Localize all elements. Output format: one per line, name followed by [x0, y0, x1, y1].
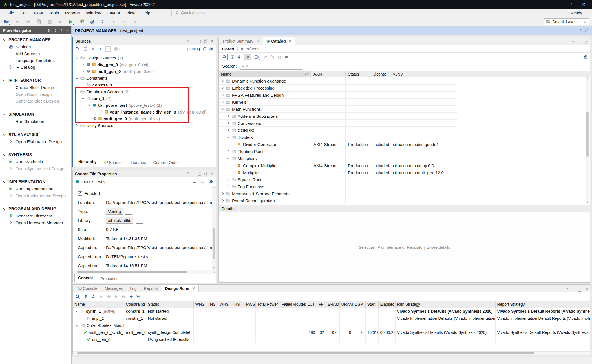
- ip-name-cell[interactable]: Dynamic Function eXchange: [219, 77, 311, 84]
- scroll-down-icon[interactable]: ˅: [212, 267, 216, 270]
- bottom-tab-tcl-console[interactable]: Tcl Console: [73, 285, 101, 292]
- ip-name-cell[interactable]: Embedded Processing: [219, 85, 311, 91]
- redo-button[interactable]: [25, 18, 31, 25]
- flow-nav-section-header[interactable]: RTL ANALYSIS: [0, 131, 71, 138]
- tree-item[interactable]: sim_1 (2): [73, 95, 216, 102]
- sources-tab-libraries[interactable]: Libraries: [127, 159, 149, 167]
- expander-open-icon[interactable]: [227, 136, 230, 139]
- help-icon[interactable]: ?: [187, 39, 189, 43]
- runs-column-run-strategy[interactable]: Run Strategy: [395, 301, 495, 308]
- design-runs-horizontal-scrollbar[interactable]: ‹: [73, 351, 590, 355]
- float-icon[interactable]: [585, 28, 588, 33]
- float-icon[interactable]: [204, 39, 207, 43]
- ip-name-cell[interactable]: Partial Reconfiguration: [219, 197, 311, 204]
- collapse-all-icon[interactable]: [47, 28, 50, 33]
- browse-button[interactable]: …: [136, 217, 143, 224]
- bottom-tab-log[interactable]: Log: [126, 285, 140, 292]
- expand-all-icon[interactable]: [54, 28, 57, 33]
- expander-open-icon[interactable]: [75, 90, 79, 93]
- ip-name-cell[interactable]: Kernels: [219, 99, 311, 105]
- scroll-down-icon[interactable]: ˅: [586, 201, 589, 204]
- gear-icon[interactable]: [209, 179, 213, 184]
- bottom-tab-design-runs[interactable]: Design Runs✕: [162, 285, 199, 292]
- expander-closed-icon[interactable]: [81, 63, 85, 66]
- group-by-icon[interactable]: [254, 54, 260, 60]
- menu-file[interactable]: File: [4, 10, 17, 15]
- collapse-all-icon[interactable]: [83, 47, 87, 51]
- design-run-row[interactable]: div_gen_0 Using cached IP results: [73, 336, 590, 343]
- expander-closed-icon[interactable]: [227, 128, 230, 132]
- doc-tab-project-summary[interactable]: Project Summary✕: [219, 37, 263, 45]
- flow-nav-item[interactable]: Add Sources: [0, 50, 71, 57]
- run-name-cell[interactable]: div_gen_0: [73, 336, 124, 343]
- ip-name-cell[interactable]: Conversions: [219, 120, 311, 126]
- help-icon[interactable]: ?: [579, 28, 582, 33]
- runs-column-tns[interactable]: TNS: [206, 301, 218, 308]
- search-icon[interactable]: [221, 54, 228, 60]
- expander-closed-icon[interactable]: [227, 178, 230, 181]
- runs-column-ths[interactable]: THS: [230, 301, 242, 308]
- ip-name-cell[interactable]: Dividers: [219, 134, 311, 141]
- scroll-right-icon[interactable]: ›: [214, 270, 215, 274]
- copy-button[interactable]: [35, 18, 42, 25]
- ip-name-cell[interactable]: Adders & Subtracters: [219, 113, 311, 119]
- expander-open-icon[interactable]: [227, 157, 230, 160]
- settings-gear-button[interactable]: [89, 18, 96, 25]
- ip-catalog-row[interactable]: CORDIC: [219, 127, 457, 134]
- runs-column-tpws[interactable]: TPWS: [242, 301, 255, 308]
- layout-select[interactable]: Default Layout: [544, 18, 589, 25]
- field-input[interactable]: xil_defaultlib: [106, 217, 133, 224]
- subtab-interfaces[interactable]: Interfaces: [241, 46, 259, 51]
- help-icon[interactable]: ?: [572, 40, 574, 45]
- maximize-icon[interactable]: ▢: [198, 172, 201, 176]
- flow-nav-item[interactable]: Open Hardware Manager: [0, 219, 71, 226]
- runs-column-total-power[interactable]: Total Power: [255, 301, 280, 308]
- expander-closed-icon[interactable]: [221, 93, 224, 97]
- expander-open-icon[interactable]: [81, 97, 85, 100]
- design-run-row[interactable]: Out-of-Context Module Runs: [73, 322, 590, 329]
- doc-tab-ip-catalog[interactable]: IP Catalog✕: [263, 37, 295, 45]
- help-icon[interactable]: ?: [566, 287, 568, 292]
- expander-open-icon[interactable]: [75, 56, 79, 59]
- runs-column-bram[interactable]: BRAM: [326, 301, 339, 308]
- tree-item[interactable]: div_gen_0 (div_gen_0.xci): [73, 61, 216, 68]
- ip-name-cell[interactable]: Floating Point: [219, 148, 311, 155]
- flow-nav-item[interactable]: Run Synthesis: [0, 158, 71, 165]
- minimize-icon[interactable]: ─: [192, 172, 195, 176]
- flow-nav-item[interactable]: Settings: [0, 43, 71, 50]
- percent-icon[interactable]: %: [136, 294, 140, 299]
- close-tab-icon[interactable]: ✕: [288, 39, 291, 43]
- pin-filter-icon[interactable]: [244, 54, 251, 60]
- maximize-button[interactable]: ▢: [568, 2, 572, 7]
- search-icon[interactable]: [76, 294, 80, 299]
- flow-nav-section-header[interactable]: PROGRAM AND DEBUG: [0, 205, 71, 212]
- design-run-row[interactable]: mult_gen_0_synth_1 mult_gen_0 synth_desi…: [73, 329, 590, 336]
- flow-nav-section-header[interactable]: IP INTEGRATOR: [0, 77, 71, 84]
- runs-column-report-strategy[interactable]: Report Strategy: [495, 301, 590, 308]
- ip-catalog-row[interactable]: Dividers: [219, 134, 457, 141]
- ip-catalog-row[interactable]: Dynamic Function eXchange: [219, 77, 457, 85]
- menu-layout[interactable]: Layout: [104, 10, 123, 15]
- minimize-icon[interactable]: ─: [571, 287, 575, 292]
- ip-catalog-row[interactable]: Kernels: [219, 99, 457, 106]
- undo-button[interactable]: [14, 18, 21, 25]
- ip-catalog-row[interactable]: Embedded Processing: [219, 85, 457, 92]
- expander-closed-icon[interactable]: [221, 79, 224, 83]
- bottom-tab-reports[interactable]: Reports: [140, 285, 162, 292]
- paste-button[interactable]: [46, 18, 53, 25]
- tree-item[interactable]: Constraints: [73, 75, 216, 81]
- expand-all-icon[interactable]: [91, 47, 95, 51]
- ip-catalog-row[interactable]: MultiplierProductionIncludedxilinx.com:i…: [219, 169, 457, 176]
- ip-vertical-scrollbar[interactable]: ˄ ˅: [586, 77, 589, 204]
- column-header-status[interactable]: Status: [346, 71, 371, 77]
- gear-icon[interactable]: [583, 55, 588, 59]
- expander-closed-icon[interactable]: [221, 199, 224, 202]
- expander-open-icon[interactable]: [75, 76, 79, 80]
- design-run-row[interactable]: synth_1 (active) constrs_1 Not started V…: [73, 308, 590, 315]
- minimize-button[interactable]: ─: [556, 2, 559, 7]
- runs-column-dsp[interactable]: DSP: [353, 301, 365, 308]
- open-project-button[interactable]: [3, 18, 10, 25]
- bottom-tab-messages[interactable]: Messages: [101, 285, 126, 292]
- sources-tab-compile-order[interactable]: Compile Order: [150, 159, 182, 167]
- scroll-up-icon[interactable]: ˄: [212, 186, 216, 189]
